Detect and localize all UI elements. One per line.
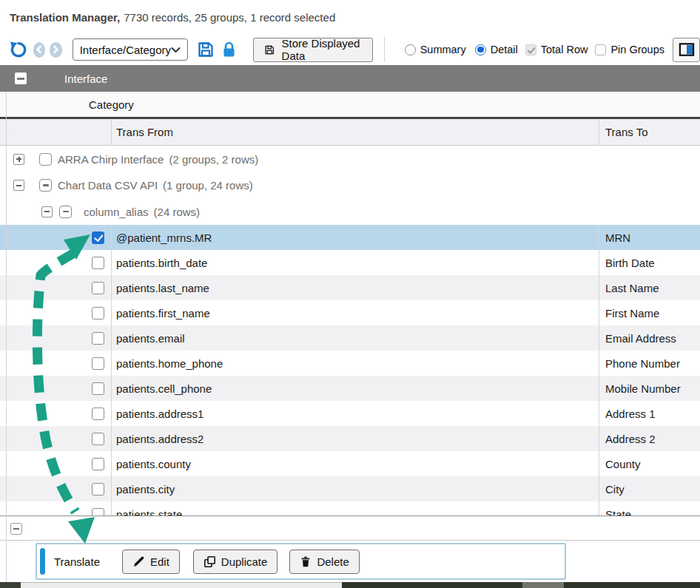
trans-from-cell: patients.birth_date bbox=[116, 257, 207, 269]
trans-from-cell: patients.city bbox=[116, 483, 175, 496]
summary-radio-label: Summary bbox=[420, 44, 466, 55]
row-checkbox[interactable] bbox=[92, 282, 104, 294]
summary-radio[interactable] bbox=[405, 44, 416, 55]
row-checkbox[interactable] bbox=[92, 382, 104, 395]
row-checkbox[interactable] bbox=[92, 408, 104, 420]
table-row[interactable]: patients.last_name Last Name bbox=[0, 275, 700, 300]
group-label: column_alias bbox=[84, 206, 149, 218]
column-header-row: Trans From Trans To bbox=[0, 119, 700, 146]
row-checkbox[interactable] bbox=[92, 508, 104, 516]
table-row[interactable]: patients.birth_date Birth Date bbox=[0, 250, 700, 275]
edit-button-label: Edit bbox=[150, 555, 169, 568]
group-info: (2 groups, 2 rows) bbox=[169, 153, 258, 166]
expander-icon[interactable] bbox=[13, 180, 24, 191]
edit-button[interactable]: Edit bbox=[122, 550, 180, 574]
back-button[interactable] bbox=[33, 42, 45, 58]
split-panel-icon bbox=[679, 42, 695, 57]
group-row[interactable]: Chart Data CSV API (1 group, 24 rows) bbox=[0, 172, 700, 198]
trans-from-cell: patients.cell_phone bbox=[116, 382, 212, 395]
trans-to-cell: Address 2 bbox=[605, 433, 656, 445]
table-row[interactable]: patients.city City bbox=[0, 476, 700, 501]
save-icon[interactable] bbox=[197, 41, 215, 58]
delete-button-label: Delete bbox=[317, 555, 349, 568]
table-row[interactable]: patients.address1 Address 1 bbox=[0, 401, 700, 426]
duplicate-button[interactable]: Duplicate bbox=[193, 550, 278, 574]
row-checkbox[interactable] bbox=[92, 257, 104, 269]
forward-button[interactable] bbox=[50, 42, 61, 58]
group-row[interactable]: column_alias (24 rows) bbox=[0, 198, 700, 225]
refresh-icon[interactable] bbox=[9, 41, 27, 59]
trans-to-cell: City bbox=[605, 483, 625, 496]
row-checkbox[interactable] bbox=[92, 332, 104, 345]
trans-to-cell: MRN bbox=[605, 232, 630, 244]
group-checkbox[interactable] bbox=[39, 179, 52, 192]
group-checkbox[interactable] bbox=[59, 206, 72, 218]
category-header-label: Category bbox=[89, 98, 134, 111]
view-mode-select[interactable]: Interface/Category bbox=[73, 38, 188, 61]
interface-group-header[interactable]: Interface bbox=[0, 65, 700, 92]
translate-panel: Translate Edit Duplicate Delete bbox=[36, 543, 566, 580]
row-checkbox[interactable] bbox=[92, 458, 104, 470]
group-row[interactable]: ARRA Chirp Interface (2 groups, 2 rows) bbox=[0, 146, 700, 172]
col-divider-2 bbox=[599, 225, 599, 516]
table-row[interactable]: patients.address2 Address 2 bbox=[0, 426, 700, 451]
total-row-label: Total Row bbox=[541, 44, 588, 55]
trans-to-cell: Mobile Number bbox=[605, 382, 681, 395]
table-row[interactable]: @patient_mrns.MR MRN bbox=[0, 225, 700, 250]
toggle-side-panel-button[interactable] bbox=[673, 38, 700, 62]
window-title-bar: Translation Manager, 7730 records, 25 gr… bbox=[0, 0, 700, 34]
expander-icon[interactable] bbox=[41, 206, 53, 217]
category-group-header[interactable]: Category bbox=[0, 92, 700, 119]
group-checkbox[interactable] bbox=[39, 153, 52, 166]
trans-from-cell: patients.home_phone bbox=[116, 357, 223, 370]
copy-icon bbox=[203, 555, 216, 568]
grid-left-border bbox=[6, 92, 7, 582]
collapse-interface-icon[interactable] bbox=[15, 72, 27, 84]
table-row[interactable]: patients.first_name First Name bbox=[0, 300, 700, 325]
table-row[interactable]: patients.state State bbox=[0, 501, 700, 516]
trans-from-column-header[interactable]: Trans From bbox=[116, 126, 173, 138]
trans-from-cell: patients.email bbox=[116, 332, 185, 345]
detail-radio[interactable] bbox=[475, 44, 486, 55]
table-row[interactable]: patients.email Email Address bbox=[0, 325, 700, 351]
table-row[interactable]: patients.county County bbox=[0, 451, 700, 476]
toolbar-divider bbox=[384, 37, 385, 62]
table-row[interactable]: patients.cell_phone Mobile Number bbox=[0, 376, 700, 401]
total-row-checkbox[interactable] bbox=[525, 44, 536, 55]
trans-to-cell: Address 1 bbox=[605, 408, 656, 420]
expander-icon[interactable] bbox=[13, 154, 24, 165]
floppy-icon bbox=[264, 43, 275, 57]
pencil-icon bbox=[132, 555, 145, 568]
store-displayed-data-button[interactable]: Store Displayed Data bbox=[253, 38, 373, 62]
interface-header-label: Interface bbox=[64, 72, 107, 85]
collapse-footer-icon[interactable] bbox=[10, 523, 22, 535]
trans-from-cell: @patient_mrns.MR bbox=[116, 232, 212, 244]
row-checkbox[interactable] bbox=[92, 357, 104, 370]
translate-panel-label: Translate bbox=[54, 555, 100, 568]
row-checkbox[interactable] bbox=[92, 483, 104, 496]
pin-groups-checkbox[interactable] bbox=[595, 44, 606, 55]
lock-icon[interactable] bbox=[221, 41, 237, 58]
table-row[interactable]: patients.home_phone Phone Number bbox=[0, 351, 700, 376]
footer-collapse-row bbox=[0, 516, 700, 541]
trans-from-cell: patients.first_name bbox=[116, 307, 210, 320]
row-checkbox[interactable] bbox=[92, 307, 104, 320]
taskbar-sliver bbox=[0, 582, 700, 588]
toolbar-view-options: Summary Detail Total Row Pin Groups bbox=[394, 38, 700, 62]
view-mode-value: Interface/Category bbox=[80, 44, 171, 56]
col-divider-1-header bbox=[111, 119, 112, 146]
trash-icon bbox=[300, 555, 312, 568]
trans-from-cell: patients.state bbox=[116, 508, 182, 516]
group-rows: ARRA Chirp Interface (2 groups, 2 rows) … bbox=[0, 146, 700, 225]
footer-panel-area: Translate Edit Duplicate Delete bbox=[0, 541, 700, 582]
trans-from-cell: patients.county bbox=[116, 458, 191, 470]
col-divider-1 bbox=[111, 225, 112, 516]
group-info: (24 rows) bbox=[154, 206, 201, 218]
row-checkbox[interactable] bbox=[92, 433, 104, 445]
trans-from-cell: patients.address2 bbox=[116, 433, 203, 445]
trans-to-column-header[interactable]: Trans To bbox=[605, 126, 648, 138]
group-info: (1 group, 24 rows) bbox=[163, 179, 253, 192]
data-rows: @patient_mrns.MR MRN patients.birth_date… bbox=[0, 225, 700, 516]
row-checkbox[interactable] bbox=[92, 232, 104, 244]
delete-button[interactable]: Delete bbox=[289, 550, 359, 574]
